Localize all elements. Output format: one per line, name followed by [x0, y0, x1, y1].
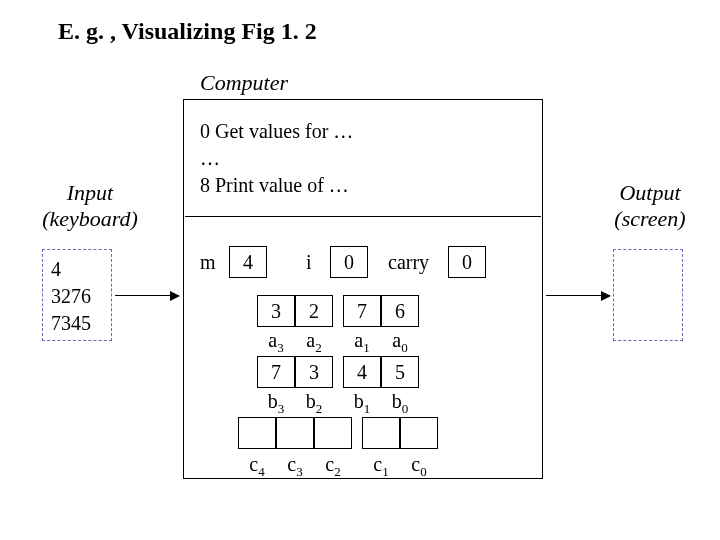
output-label-1: Output: [619, 180, 680, 205]
b-cell-0: 5: [381, 356, 419, 388]
program-line-0: 0 Get values for …: [200, 118, 353, 145]
c-label-1: c1: [362, 453, 400, 480]
c-cell-3: [276, 417, 314, 449]
program-line-1: …: [200, 145, 353, 172]
page-title: E. g. , Visualizing Fig 1. 2: [58, 18, 317, 45]
c-label-4: c4: [238, 453, 276, 480]
b-cell-1: 4: [343, 356, 381, 388]
a-label-0: a0: [381, 329, 419, 356]
input-label-1: Input: [67, 180, 113, 205]
arrow-output: [546, 295, 610, 296]
c-label-2: c2: [314, 453, 352, 480]
c-cell-4: [238, 417, 276, 449]
c-cell-0: [400, 417, 438, 449]
c-cell-1: [362, 417, 400, 449]
a-label-2: a2: [295, 329, 333, 356]
b-label-0: b0: [381, 390, 419, 417]
input-box: 4 3276 7345: [42, 249, 112, 341]
input-label-2: (keyboard): [42, 206, 138, 231]
b-label-3: b3: [257, 390, 295, 417]
input-label: Input (keyboard): [30, 180, 150, 233]
program-line-2: 8 Print value of …: [200, 172, 353, 199]
b-label-2: b2: [295, 390, 333, 417]
carry-cell: 0: [448, 246, 486, 278]
program-divider: [185, 216, 541, 217]
b-cell-2: 3: [295, 356, 333, 388]
c-label-0: c0: [400, 453, 438, 480]
a-cell-1: 7: [343, 295, 381, 327]
program-listing: 0 Get values for … … 8 Print value of …: [200, 118, 353, 199]
computer-label: Computer: [200, 70, 288, 96]
output-label: Output (screen): [590, 180, 710, 233]
i-cell: 0: [330, 246, 368, 278]
b-cell-3: 7: [257, 356, 295, 388]
carry-label: carry: [388, 251, 429, 274]
a-cell-0: 6: [381, 295, 419, 327]
c-label-3: c3: [276, 453, 314, 480]
input-value-1: 3276: [51, 283, 103, 310]
arrow-input: [115, 295, 179, 296]
m-cell: 4: [229, 246, 267, 278]
a-label-1: a1: [343, 329, 381, 356]
m-label: m: [200, 251, 216, 274]
i-label: i: [306, 251, 312, 274]
b-label-1: b1: [343, 390, 381, 417]
output-label-2: (screen): [614, 206, 685, 231]
input-value-2: 7345: [51, 310, 103, 337]
input-value-0: 4: [51, 256, 103, 283]
output-box: [613, 249, 683, 341]
a-cell-2: 2: [295, 295, 333, 327]
a-label-3: a3: [257, 329, 295, 356]
a-cell-3: 3: [257, 295, 295, 327]
c-cell-2: [314, 417, 352, 449]
